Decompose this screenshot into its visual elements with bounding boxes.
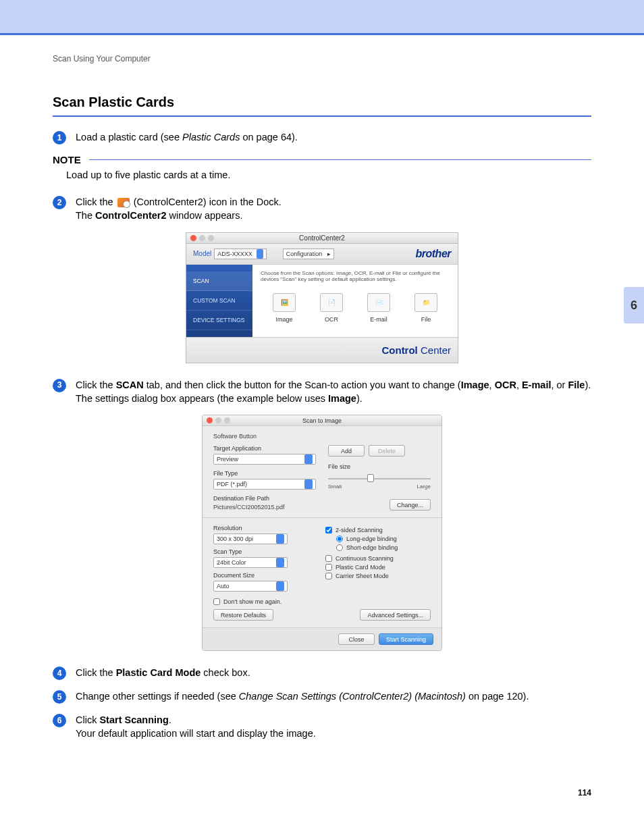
step-1: 1 Load a plastic card (see Plastic Cards… <box>53 130 591 145</box>
s3c: tab, and then click the button for the S… <box>144 380 461 390</box>
plastic-card-check[interactable]: Plastic Card Mode <box>325 564 431 571</box>
chevron-down-icon <box>257 249 263 259</box>
twosided-check[interactable]: 2-sided Scanning <box>325 527 431 533</box>
add-button[interactable]: Add <box>328 445 365 457</box>
delete-button: Delete <box>369 445 405 457</box>
dest-path-value: Pictures/CCI20052015.pdf <box>213 504 316 511</box>
s3f: OCR <box>495 380 516 390</box>
scan-ocr-button[interactable]: 📄 OCR <box>320 293 343 323</box>
software-button-tab[interactable]: Software Button <box>213 433 431 440</box>
s3i: , or <box>551 380 568 390</box>
s6b: Start Scanning <box>99 714 168 725</box>
minimize-icon[interactable] <box>199 235 205 241</box>
close-icon[interactable] <box>190 235 196 241</box>
carrier-sheet-check[interactable]: Carrier Sheet Mode <box>325 573 431 579</box>
step-4-number: 4 <box>53 667 66 680</box>
filesize-slider[interactable] <box>328 473 431 484</box>
s6d: Your default application will start and … <box>76 728 316 739</box>
chevron-down-icon <box>276 558 284 567</box>
configuration-select[interactable]: Configuration ▸ <box>283 249 335 259</box>
page-title: Scan Plastic Cards <box>53 95 591 110</box>
email-icon: ✉️ <box>367 293 390 312</box>
scan-ocr-label: OCR <box>325 316 338 323</box>
zoom-icon[interactable] <box>208 235 214 241</box>
chevron-down-icon <box>304 479 313 489</box>
step-5-number: 5 <box>53 690 66 704</box>
step-1-text-b: on page 64). <box>240 132 297 142</box>
step-1-link[interactable]: Plastic Cards <box>182 132 240 142</box>
dlg-footer: Close Start Scanning <box>203 627 441 650</box>
scantype-select[interactable]: 24bit Color <box>213 557 288 568</box>
title-rule <box>53 115 591 117</box>
step-6: 6 Click Start Scanning. Your default app… <box>53 713 591 741</box>
cc2-titlebar: ControlCenter2 <box>186 233 458 244</box>
cc2-title-text: ControlCenter2 <box>299 234 345 242</box>
figure-controlcenter2: ControlCenter2 Model ADS-XXXXX Configura… <box>53 232 591 363</box>
note-text: Load up to five plastic cards at a time. <box>66 170 591 180</box>
step-1-number: 1 <box>53 131 66 145</box>
sidebar-item-scan[interactable]: SCAN <box>186 271 252 291</box>
controlcenter2-dock-icon <box>117 198 130 207</box>
s4c: check box. <box>200 667 250 678</box>
filesize-large: Large <box>417 484 431 490</box>
cc2-main: Choose from the Scan options: Image, OCR… <box>252 265 458 337</box>
advanced-settings-button[interactable]: Advanced Settings... <box>360 609 431 621</box>
s3d: Image <box>461 380 489 390</box>
step-2: 2 Click the (ControlCenter2) icon in the… <box>53 195 591 223</box>
close-icon[interactable] <box>207 417 213 423</box>
close-button[interactable]: Close <box>338 633 375 645</box>
ocr-icon: 📄 <box>320 293 343 312</box>
target-app-value: Preview <box>217 456 238 463</box>
change-button[interactable]: Change... <box>390 499 431 511</box>
s6c: . <box>169 714 171 725</box>
step-5: 5 Change other settings if needed (see C… <box>53 689 591 704</box>
zoom-icon[interactable] <box>224 417 230 423</box>
s5a: Change other settings if needed (see <box>76 691 239 702</box>
controlcenter-brand: Control Center <box>381 344 451 356</box>
start-scanning-button[interactable]: Start Scanning <box>379 633 433 645</box>
shortedge-radio[interactable]: Short-edge binding <box>336 544 431 551</box>
model-select[interactable]: ADS-XXXXX <box>214 249 267 259</box>
step-2-b: (ControlCenter2) icon in the Dock. <box>134 197 281 207</box>
cc2-model-group: Model ADS-XXXXX Configuration ▸ <box>193 249 334 259</box>
page-number: 114 <box>53 788 591 798</box>
scan-email-button[interactable]: ✉️ E-mail <box>367 293 390 323</box>
breadcrumb: Scan Using Your Computer <box>53 54 591 63</box>
scan-image-button[interactable]: 🖼️ Image <box>273 293 296 323</box>
dont-show-check[interactable]: Don't show me again. <box>213 598 431 605</box>
filetype-select[interactable]: PDF (*.pdf) <box>213 479 316 490</box>
filetype-value: PDF (*.pdf) <box>217 481 247 488</box>
brother-logo: brother <box>416 248 452 260</box>
model-label: Model <box>193 250 211 257</box>
dest-path-label: Destination File Path <box>213 495 316 502</box>
scan-email-label: E-mail <box>370 316 387 323</box>
scantype-label: Scan Type <box>213 548 313 555</box>
chapter-tab: 6 <box>624 287 644 323</box>
page-content: Scan Using Your Computer Scan Plastic Ca… <box>0 35 644 825</box>
cc2-window: ControlCenter2 Model ADS-XXXXX Configura… <box>186 232 458 363</box>
docsize-value: Auto <box>217 583 230 590</box>
s6a: Click <box>76 714 99 725</box>
sidebar-item-custom-scan[interactable]: CUSTOM SCAN <box>186 291 252 311</box>
step-4: 4 Click the Plastic Card Mode check box. <box>53 666 591 680</box>
sidebar-item-device-settings[interactable]: DEVICE SETTINGS <box>186 311 252 330</box>
cc2-sidebar: SCAN CUSTOM SCAN DEVICE SETTINGS <box>186 265 252 337</box>
target-app-select[interactable]: Preview <box>213 454 316 465</box>
step-2-c2: ControlCenter2 <box>95 210 167 221</box>
s3m: ). <box>356 393 363 404</box>
s5c: on page 120). <box>466 691 529 702</box>
longedge-radio[interactable]: Long-edge binding <box>336 536 431 542</box>
minimize-icon[interactable] <box>215 417 221 423</box>
scan-to-image-dialog: Scan to Image Software Button Target App… <box>202 415 442 651</box>
figure-scan-to-image: Scan to Image Software Button Target App… <box>53 415 591 651</box>
continuous-check[interactable]: Continuous Scanning <box>325 555 431 562</box>
note-label: NOTE <box>53 154 81 165</box>
s5b[interactable]: Change Scan Settings (ControlCenter2) (M… <box>239 691 466 702</box>
step-6-number: 6 <box>53 714 66 727</box>
restore-defaults-button[interactable]: Restore Defaults <box>213 609 273 621</box>
dlg-titlebar: Scan to Image <box>203 415 441 426</box>
dlg-traffic-lights <box>207 417 230 423</box>
resolution-select[interactable]: 300 x 300 dpi <box>213 533 288 544</box>
docsize-select[interactable]: Auto <box>213 581 288 592</box>
scan-file-button[interactable]: 📁 File <box>414 293 437 323</box>
